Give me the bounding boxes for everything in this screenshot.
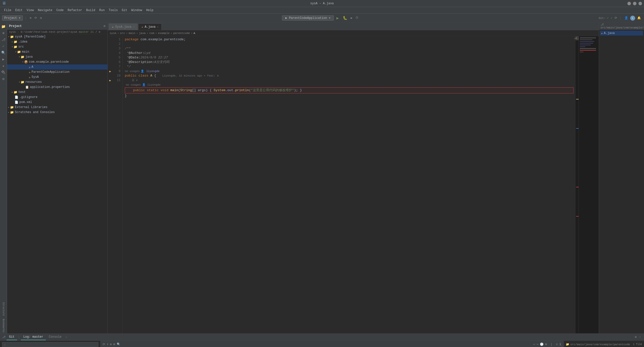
git-log-pull-btn[interactable]: ⬇ xyxy=(107,342,108,346)
git-log-undo-btn[interactable]: ↩ xyxy=(533,342,535,346)
bottom-tab-log-master[interactable]: Log: master xyxy=(21,334,46,340)
run-config[interactable]: ▶ ParentCodeApplication ▾ xyxy=(282,15,334,21)
warning-count: 1 xyxy=(576,37,577,40)
tree-item-resources[interactable]: ▾📁resources xyxy=(7,80,107,85)
breadcrumb-part-2[interactable]: main xyxy=(129,32,135,35)
left-sidebar-icon-search[interactable]: 🔍 xyxy=(1,50,6,55)
bottom-tab-console[interactable]: Console xyxy=(46,334,64,340)
left-sidebar-icon-git[interactable]: ⎇ xyxy=(1,37,6,42)
left-sidebar-icon-run[interactable]: ▶ xyxy=(1,56,6,62)
breadcrumb-part-3[interactable]: java xyxy=(139,32,145,35)
git-log-clock-btn[interactable]: 🕐 xyxy=(540,342,544,346)
breadcrumb-part-6[interactable]: parentcode xyxy=(173,32,190,35)
bottom-tab-git[interactable]: Git xyxy=(7,334,17,340)
tab-close-ajava[interactable]: ✕ xyxy=(157,25,158,28)
coverage-btn[interactable]: ▶ xyxy=(350,16,353,20)
run-btn[interactable]: ▶ xyxy=(335,15,340,21)
tree-item-scratches-and-consoles[interactable]: ▸📁Scratches and Consoles xyxy=(7,110,107,115)
tree-item-.gitignore[interactable]: 📄.gitignore xyxy=(7,95,107,100)
git-log-expand-btn[interactable]: ⊞ xyxy=(113,342,115,346)
git-refresh[interactable]: ⟳ xyxy=(614,16,618,20)
tree-item-sysa-[parentcode][interactable]: ▾📁sysA [ParentCode] xyxy=(7,34,107,39)
menu-item-view[interactable]: View xyxy=(25,8,36,13)
gutter-icon-10[interactable]: ▶ xyxy=(109,78,111,83)
bottom-panel-settings[interactable]: ⚙ xyxy=(634,335,638,339)
breadcrumb-part-4[interactable]: com xyxy=(149,32,154,35)
toolbar-btn-3[interactable]: ⚙ xyxy=(39,16,43,20)
tree-item-a[interactable]: ☕A xyxy=(7,64,107,70)
menu-item-refactor[interactable]: Refactor xyxy=(66,8,84,13)
left-sidebar-icon-star[interactable]: ★ xyxy=(1,63,6,68)
minimize-button[interactable] xyxy=(627,2,631,5)
tree-item-java[interactable]: ▾📁java xyxy=(7,54,107,59)
breadcrumb-part-5[interactable]: example xyxy=(158,32,170,35)
tree-item-test[interactable]: ▸📁test xyxy=(7,90,107,95)
breadcrumb-part-1[interactable]: src xyxy=(120,32,125,35)
bottom-tab-console-close[interactable]: ✕ xyxy=(65,336,67,339)
git-log-layout-btn[interactable]: ⊞ xyxy=(545,342,547,346)
toolbar-btn-2[interactable]: ⟳ xyxy=(33,16,38,20)
git-log-search-btn[interactable]: 🔍 xyxy=(117,342,120,346)
maximize-button[interactable] xyxy=(633,2,636,5)
tree-item-parentcodeapplication[interactable]: ☕ParentCodeApplication xyxy=(7,70,107,75)
menu-item-file[interactable]: File xyxy=(2,8,13,13)
menu-item-help[interactable]: Help xyxy=(144,8,155,13)
tab-close-sysajava[interactable]: ✕ xyxy=(133,25,134,28)
profile-btn[interactable]: ⏱ xyxy=(354,16,359,20)
window-controls[interactable] xyxy=(627,2,642,5)
user-icon[interactable]: 👤 xyxy=(623,16,629,20)
git-log-filter-btn[interactable]: ⊻ xyxy=(559,342,561,346)
breadcrumb-part-0[interactable]: sysA xyxy=(110,32,116,35)
tree-item-pom.xml[interactable]: 📄pom.xml xyxy=(7,100,107,105)
tree-item-external-libraries[interactable]: ▸📁External Libraries xyxy=(7,105,107,110)
tree-item-com.example.parentcode[interactable]: ▾📦com.example.parentcode xyxy=(7,59,107,64)
breadcrumb-part-7[interactable]: A xyxy=(193,32,195,35)
left-sidebar-icon-check[interactable]: ✓ xyxy=(1,43,6,49)
tree-item-application.properties[interactable]: 📋application.properties xyxy=(7,85,107,90)
tab-ajava[interactable]: ☕ A.java ✕ xyxy=(138,23,162,30)
tree-item-src[interactable]: ▾📁src xyxy=(7,44,107,49)
notifications-btn[interactable]: 🔔 xyxy=(636,16,642,20)
left-sidebar-icon-settings[interactable]: ⚙ xyxy=(1,76,6,82)
menu-item-window[interactable]: Window xyxy=(129,8,144,13)
git-log-redo-btn[interactable]: ↪ xyxy=(537,342,538,346)
tree-label: application.properties xyxy=(30,85,70,89)
git-check-2[interactable]: ✓ xyxy=(610,16,613,20)
toolbar-btn-1[interactable]: ⊕ xyxy=(29,16,32,20)
left-sidebar-icon-project[interactable]: 📁 xyxy=(1,24,6,29)
left-sidebar-icon-commit[interactable]: ⊕ xyxy=(1,30,6,36)
package-icon: 📦 xyxy=(24,60,28,64)
git-log-push-btn[interactable]: ⊕ xyxy=(110,342,112,346)
menu-item-build[interactable]: Build xyxy=(84,8,97,13)
changed-file-ajava[interactable]: ☕ A.java xyxy=(600,31,643,36)
bottom-panel-minimize[interactable]: – xyxy=(638,335,642,339)
menu-item-code[interactable]: Code xyxy=(54,8,66,13)
tab-sysajava[interactable]: ☕ SysA.java ✕ xyxy=(109,23,138,30)
code-content[interactable]: package com.example.parentcode; /** * @A… xyxy=(123,36,576,333)
left-sidebar-icon-bookmarks[interactable]: Bookmarks xyxy=(0,318,7,333)
left-sidebar-icon-plugin[interactable]: 🔌 xyxy=(1,70,6,75)
menu-item-run[interactable]: Run xyxy=(97,8,107,13)
git-log-toolbar: ⟳ ⬇ ⊕ ⊞ 🔍 ↩ ↪ 🕐 ⊞ | ≡ ⊻ xyxy=(101,341,564,347)
left-sidebar-icon-structure[interactable]: Structure xyxy=(0,301,7,317)
menu-item-edit[interactable]: Edit xyxy=(13,8,25,13)
tree-label: java xyxy=(25,55,33,59)
menu-item-git[interactable]: Git xyxy=(120,8,129,13)
git-log-refresh-btn[interactable]: ⟳ xyxy=(103,342,105,346)
git-search-input[interactable] xyxy=(2,342,98,347)
git-log-cols-btn[interactable]: ≡ xyxy=(556,343,558,346)
menu-item-tools[interactable]: Tools xyxy=(107,8,120,13)
git-check-1[interactable]: ✓ xyxy=(606,16,609,20)
tree-item-main[interactable]: ▾📁main xyxy=(7,49,107,54)
project-selector[interactable]: Project ▾ xyxy=(2,15,23,21)
close-button[interactable] xyxy=(638,2,642,5)
tree-item-.idea[interactable]: ▸📁.idea xyxy=(7,39,107,44)
code-line-2 xyxy=(125,42,574,46)
tree-item-sysa[interactable]: ☕SysA xyxy=(7,75,107,80)
props-file-icon: 📋 xyxy=(25,85,29,89)
scroll-mark-blue xyxy=(576,128,579,129)
panel-toolbar-settings[interactable]: ⚙ xyxy=(104,24,105,28)
gutter-icon-8[interactable]: ▶ xyxy=(109,69,111,74)
debug-btn[interactable]: 🐛 xyxy=(341,15,349,21)
menu-item-navigate[interactable]: Navigate xyxy=(36,8,54,13)
